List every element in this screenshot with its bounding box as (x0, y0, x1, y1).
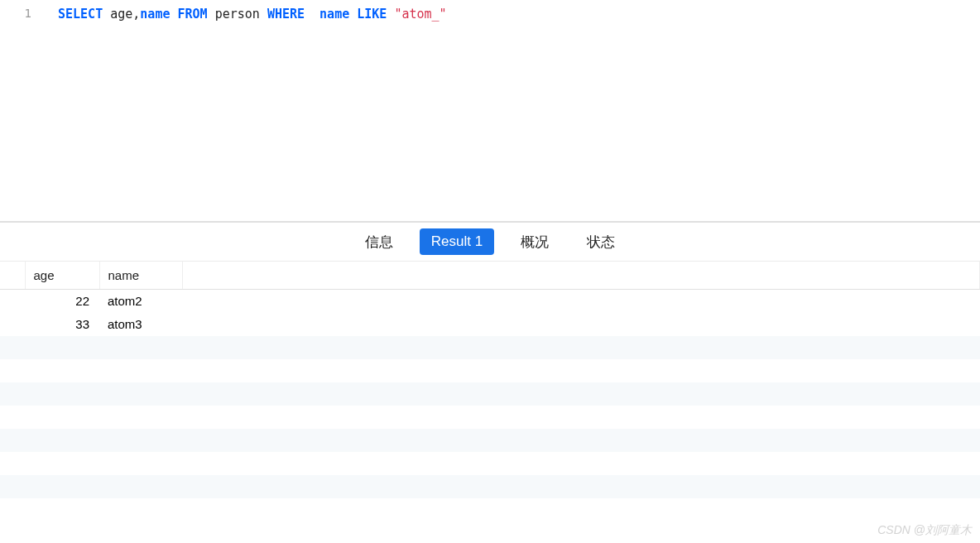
kw-where: WHERE (267, 7, 305, 22)
cell-empty (182, 290, 980, 313)
tab-result-1[interactable]: Result 1 (420, 228, 494, 255)
kw-from: FROM (170, 7, 207, 22)
cell-name[interactable]: atom3 (99, 313, 182, 336)
tab-status[interactable]: 状态 (575, 228, 627, 257)
table-row (0, 336, 980, 359)
table-row (0, 406, 980, 429)
cell-empty (182, 313, 980, 336)
col-age: age, (103, 7, 140, 22)
table-row (0, 359, 980, 382)
table-header-row: age name (0, 262, 980, 290)
kw-like: LIKE (349, 7, 387, 22)
cell-age[interactable]: 22 (25, 290, 99, 313)
table-row[interactable]: 22 atom2 (0, 290, 980, 313)
column-header-empty (182, 262, 980, 290)
line-number-gutter: 1 (0, 0, 41, 221)
sql-code-area[interactable]: SELECT age,name FROM person WHERE name L… (41, 0, 980, 221)
row-number-header (0, 262, 25, 290)
sql-editor-pane: 1 SELECT age,name FROM person WHERE name… (0, 0, 980, 222)
result-pane[interactable]: age name 22 atom2 33 atom3 (0, 262, 980, 543)
result-table: age name 22 atom2 33 atom3 (0, 262, 980, 521)
column-header-age[interactable]: age (25, 262, 99, 290)
cell-age[interactable]: 33 (25, 313, 99, 336)
table-row (0, 429, 980, 452)
table-row (0, 452, 980, 475)
kw-select: SELECT (58, 7, 103, 22)
table-row (0, 475, 980, 498)
row-number-cell (0, 290, 25, 313)
table-row[interactable]: 33 atom3 (0, 313, 980, 336)
table-row (0, 382, 980, 406)
line-number: 1 (0, 7, 31, 20)
tab-overview[interactable]: 概况 (509, 228, 560, 257)
col-name2: name (319, 7, 349, 22)
row-number-cell (0, 313, 25, 336)
watermark: CSDN @刘阿童木 (877, 523, 972, 538)
table-row (0, 498, 980, 521)
col-name: name (140, 7, 170, 22)
result-tabs-bar: 信息 Result 1 概况 状态 (0, 222, 980, 262)
str-literal: "atom_" (387, 7, 446, 22)
tab-info[interactable]: 信息 (353, 228, 405, 257)
tbl-person: person (208, 7, 267, 22)
cell-name[interactable]: atom2 (99, 290, 182, 313)
column-header-name[interactable]: name (99, 262, 182, 290)
